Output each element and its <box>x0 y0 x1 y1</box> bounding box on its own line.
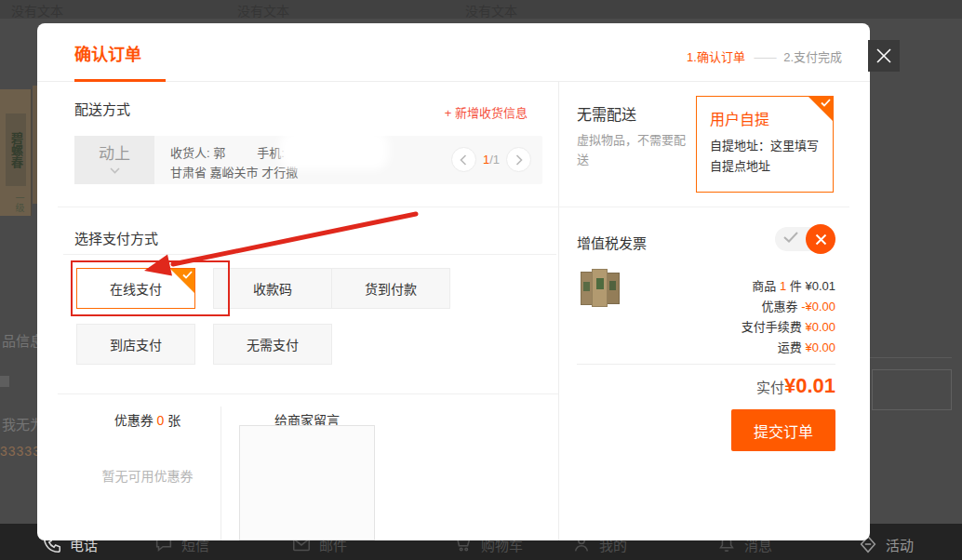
payment-option-label: 无需支付 <box>247 335 299 353</box>
summary-coupon-row: 优惠券 -¥0.00 <box>761 297 835 314</box>
product-thumbnail <box>581 267 621 308</box>
option-no-delivery-desc: 虚拟物品，不需要配送 <box>577 130 694 169</box>
summary-total-row: 实付¥0.01 <box>756 374 835 398</box>
background-tab: 没有文本 <box>465 1 517 20</box>
carrier-label: 动上 <box>99 146 130 163</box>
check-icon <box>821 99 831 107</box>
delivery-heading: 配送方式 <box>74 99 130 118</box>
payment-option-cod[interactable]: 货到付款 <box>331 268 450 309</box>
x-icon <box>815 233 827 246</box>
screen: 没有文本 没有文本 没有文本 碧螺春 一级 品信息 我无为 33333333 电… <box>0 0 962 560</box>
item-count: 1 <box>780 279 786 293</box>
pager-next-button[interactable] <box>506 147 531 172</box>
address-pager: 1/1 <box>451 147 531 172</box>
payment-heading: 选择支付方式 <box>74 228 158 247</box>
chevron-right-icon <box>515 154 523 166</box>
check-icon <box>182 271 193 279</box>
chevron-down-icon <box>110 167 120 174</box>
step-separator: —— <box>755 50 775 64</box>
step-confirm-order: 1.确认订单 <box>687 50 745 64</box>
payment-option-label: 到店支付 <box>110 335 162 353</box>
option-user-pickup[interactable]: 用户自提 自提地址：这里填写自提点地址 <box>696 96 834 193</box>
order-confirm-dialog: 确认订单 1.确认订单 —— 2.支付完成 配送方式 + 新增收货信息 动上 收… <box>37 23 870 540</box>
title-underline <box>74 79 166 82</box>
pickup-title: 用户自提 <box>710 107 769 129</box>
coupon-label: 优惠券 <box>114 413 154 428</box>
column-divider <box>558 82 559 540</box>
shipping-label: 运费 <box>778 340 802 354</box>
pager-prev-button[interactable] <box>451 147 476 172</box>
pager-position: 1/1 <box>483 153 500 167</box>
payment-option-none[interactable]: 无需支付 <box>213 324 332 365</box>
background-tab-strip: 没有文本 没有文本 没有文本 <box>0 0 962 19</box>
invoice-toggle[interactable] <box>775 227 833 251</box>
background-product-grade: 一级 <box>6 193 26 212</box>
submit-order-button[interactable]: 提交订单 <box>731 409 835 451</box>
payment-option-online[interactable]: 在线支付 <box>76 268 195 309</box>
recipient-label: 收货人: <box>170 146 210 160</box>
toolbar-item-label: 活动 <box>886 535 914 554</box>
summary-item-row: 商品 1 件 ¥0.01 <box>752 276 835 294</box>
bg-field-outline <box>872 369 952 410</box>
recipient-line: 收货人: 郭手机: <box>170 143 298 163</box>
item-amount: ¥0.01 <box>805 279 835 293</box>
payment-option-instore[interactable]: 到店支付 <box>76 324 195 365</box>
recipient-name: 郭 <box>213 146 225 160</box>
checkout-steps: 1.确认订单 —— 2.支付完成 <box>687 47 842 65</box>
fee-amount: ¥0.00 <box>805 320 835 334</box>
phone-label: 手机: <box>257 146 285 160</box>
address-line: 甘肃省 嘉峪关市 才行撒 <box>170 163 298 182</box>
payment-option-qrcode[interactable]: 收款码 <box>213 268 332 309</box>
coupon-divider <box>58 393 558 394</box>
toggle-knob-off <box>806 224 835 254</box>
total-amount: ¥0.01 <box>784 374 835 397</box>
coupon-row-label: 优惠券 <box>761 300 797 313</box>
invoice-heading: 增值税发票 <box>577 233 647 252</box>
background-tab: 没有文本 <box>237 1 289 20</box>
summary-divider <box>577 364 835 365</box>
summary-fee-row: 支付手续费 ¥0.00 <box>742 317 835 335</box>
check-icon <box>783 232 798 243</box>
step-payment-done: 2.支付完成 <box>783 50 842 64</box>
item-unit: 件 <box>790 279 802 293</box>
background-product-image: 碧螺春 一级 <box>0 89 32 216</box>
payment-divider <box>63 254 556 255</box>
total-label: 实付 <box>756 380 784 395</box>
merchant-message-input[interactable] <box>239 425 375 540</box>
background-product-name: 碧螺春 <box>6 113 26 186</box>
shipping-amount: ¥0.00 <box>805 340 835 354</box>
payment-option-label: 收款码 <box>253 279 292 298</box>
payment-option-label: 在线支付 <box>110 279 162 298</box>
close-icon <box>875 47 892 64</box>
item-label: 商品 <box>752 279 776 293</box>
pager-total: 1 <box>493 153 500 167</box>
carrier-selector[interactable]: 动上 <box>74 136 154 184</box>
add-address-link[interactable]: + 新增收货信息 <box>445 103 528 121</box>
coupon-empty-text: 暂无可用优惠券 <box>74 466 220 485</box>
section-divider <box>58 207 849 207</box>
pickup-desc: 自提地址：这里填写自提点地址 <box>710 136 823 177</box>
address-info: 收货人: 郭手机: 甘肃省 嘉峪关市 才行撒 <box>170 143 298 182</box>
coupon-unit: 张 <box>167 413 180 428</box>
close-dialog-button[interactable] <box>868 40 900 72</box>
coupon-amount: -¥0.00 <box>801 300 835 313</box>
coupon-count: 0 <box>157 413 165 428</box>
coupon-title: 优惠券 0 张 <box>74 410 220 429</box>
fee-label: 支付手续费 <box>742 320 802 334</box>
summary-shipping-row: 运费 ¥0.00 <box>778 338 835 355</box>
chevron-left-icon <box>460 154 467 166</box>
dialog-title: 确认订单 <box>74 41 141 65</box>
payment-option-label: 货到付款 <box>365 279 417 298</box>
phone-number-blur <box>287 138 381 163</box>
option-no-delivery[interactable]: 无需配送 <box>577 102 636 125</box>
address-row[interactable]: 动上 收货人: 郭手机: 甘肃省 嘉峪关市 才行撒 1/1 <box>74 136 542 184</box>
bg-divider <box>870 357 952 358</box>
background-tab: 没有文本 <box>11 1 63 20</box>
bg-fragment-glyph <box>0 376 9 387</box>
